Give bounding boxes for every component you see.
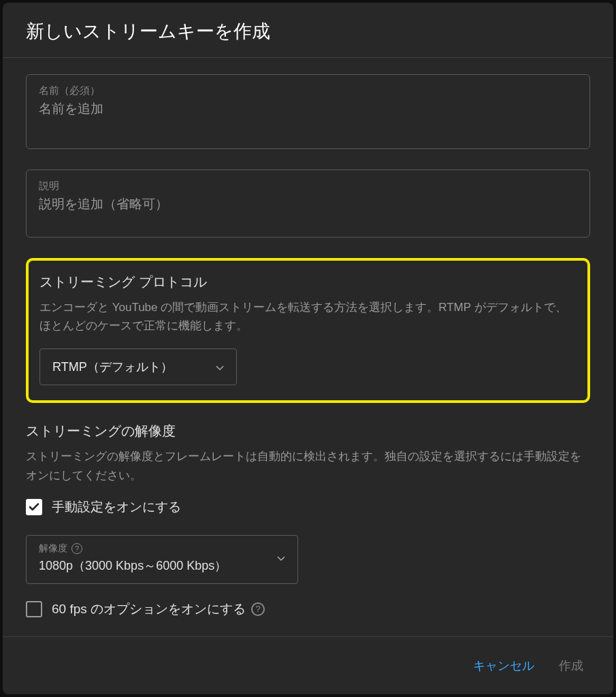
create-stream-key-dialog: 新しいストリームキーを作成 名前（必須） 説明 ストリーミング プロトコル エン… <box>3 3 613 694</box>
protocol-selected-value: RTMP（デフォルト） <box>52 359 173 375</box>
check-icon <box>28 501 40 513</box>
dialog-title: 新しいストリームキーを作成 <box>26 19 590 44</box>
resolution-dropdown[interactable]: 解像度 ? 1080p（3000 Kbps～6000 Kbps） <box>26 535 298 584</box>
protocol-dropdown[interactable]: RTMP（デフォルト） <box>39 348 237 385</box>
resolution-inner: 解像度 ? 1080p（3000 Kbps～6000 Kbps） <box>39 542 227 574</box>
sixtyfps-row: 60 fps のオプションをオンにする ? <box>26 600 590 618</box>
name-field-box[interactable]: 名前（必須） <box>26 74 590 149</box>
protocol-section-title: ストリーミング プロトコル <box>39 273 577 291</box>
chevron-down-icon <box>277 552 285 564</box>
description-field-label: 説明 <box>39 180 577 193</box>
help-icon[interactable]: ? <box>71 543 82 554</box>
resolution-section-description: ストリーミングの解像度とフレームレートは自動的に検出されます。独自の設定を選択す… <box>26 447 590 484</box>
streaming-resolution-section: ストリーミングの解像度 ストリーミングの解像度とフレームレートは自動的に検出され… <box>26 422 590 617</box>
name-field-label: 名前（必須） <box>39 84 577 97</box>
manual-setting-checkbox[interactable] <box>26 499 42 515</box>
resolution-value: 1080p（3000 Kbps～6000 Kbps） <box>39 557 227 574</box>
resolution-section-title: ストリーミングの解像度 <box>26 422 590 440</box>
resolution-label-row: 解像度 ? <box>39 542 227 555</box>
manual-setting-row: 手動設定をオンにする <box>26 498 590 516</box>
protocol-section-description: エンコーダと YouTube の間で動画ストリームを転送する方法を選択します。R… <box>39 298 577 335</box>
sixtyfps-label: 60 fps のオプションをオンにする ? <box>52 600 265 618</box>
create-button[interactable]: 作成 <box>556 652 586 679</box>
description-field-box[interactable]: 説明 <box>26 169 590 238</box>
chevron-down-icon <box>216 360 224 374</box>
name-input[interactable] <box>39 101 577 116</box>
sixtyfps-checkbox[interactable] <box>26 601 42 617</box>
help-icon[interactable]: ? <box>251 602 265 616</box>
dialog-footer: キャンセル 作成 <box>3 636 613 694</box>
resolution-label: 解像度 <box>39 542 67 555</box>
dialog-body: 名前（必須） 説明 ストリーミング プロトコル エンコーダと YouTube の… <box>3 58 613 636</box>
manual-setting-label: 手動設定をオンにする <box>52 498 181 516</box>
streaming-protocol-section: ストリーミング プロトコル エンコーダと YouTube の間で動画ストリームを… <box>26 258 590 403</box>
cancel-button[interactable]: キャンセル <box>470 652 537 679</box>
description-input[interactable] <box>39 197 577 212</box>
dialog-header: 新しいストリームキーを作成 <box>3 3 613 57</box>
